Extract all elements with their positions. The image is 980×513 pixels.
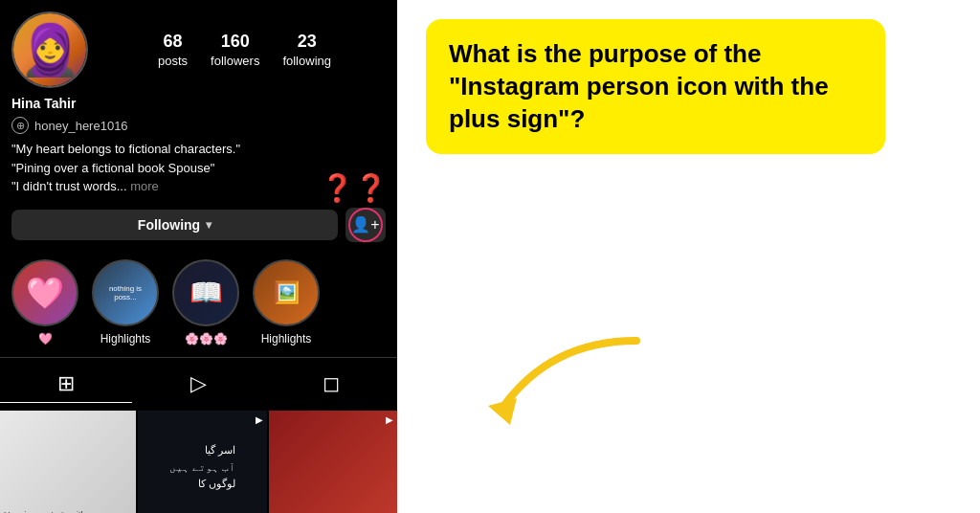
play-icon: ▶ (256, 414, 263, 425)
grid-cell-3[interactable]: ▶ (269, 411, 397, 514)
tab-reels[interactable]: ▷ (132, 366, 264, 403)
person-plus-icon: 👤+ (351, 215, 379, 234)
reels-icon: ▷ (190, 371, 207, 396)
grid-icon: ⊞ (57, 371, 75, 396)
highlight-item[interactable]: 🩷 🩷 (11, 259, 78, 346)
highlight-item[interactable]: 📖 🌸🌸🌸 (172, 259, 239, 346)
threads-icon: ⊕ (11, 117, 29, 134)
instagram-panel: 🧕 68 posts 160 followers 23 following Hi… (0, 0, 397, 513)
play-icon-2: ▶ (386, 414, 393, 425)
arrow-svg (474, 322, 665, 436)
stat-followers[interactable]: 160 followers (211, 32, 259, 68)
following-button[interactable]: Following ▾ (11, 210, 338, 240)
highlight-circle-3: 📖 (172, 259, 239, 326)
tab-bar: ⊞ ▷ ◻ (0, 357, 397, 411)
highlights-row: 🩷 🩷 nothing is poss... Highlights 📖 🌸🌸🌸 … (0, 252, 397, 357)
profile-threads: ⊕ honey_here1016 (0, 115, 397, 136)
svg-marker-0 (488, 398, 517, 425)
highlight-item[interactable]: 🖼️ Highlights (253, 259, 320, 346)
question-bubble: What is the purpose of the "Instagram pe… (426, 19, 885, 154)
profile-name: Hina Tahir (0, 96, 397, 115)
grid-preview: Happiness starts with... اسر گیاآب ہوتے … (0, 411, 397, 514)
right-panel: What is the purpose of the "Instagram pe… (397, 0, 980, 513)
add-friend-circle: 👤+ (348, 208, 383, 242)
profile-bio: "My heart belongs to fictional character… (0, 136, 397, 202)
grid-cell-1[interactable]: Happiness starts with... (0, 411, 136, 514)
chevron-down-icon: ▾ (206, 218, 212, 232)
stat-posts: 68 posts (158, 32, 188, 68)
highlight-circle-4: 🖼️ (253, 259, 320, 326)
highlight-circle-2: nothing is poss... (92, 259, 159, 326)
stat-following[interactable]: 23 following (282, 32, 331, 68)
arrow-container (474, 322, 665, 436)
avatar[interactable]: 🧕 (11, 11, 88, 88)
stats-row: 68 posts 160 followers 23 following (103, 32, 386, 68)
highlight-circle-1: 🩷 (11, 259, 78, 326)
highlight-item[interactable]: nothing is poss... Highlights (92, 259, 159, 346)
bio-more-link[interactable]: more (130, 179, 159, 193)
tab-tagged[interactable]: ◻ (265, 366, 397, 403)
action-buttons: Following ▾ 👤+ (0, 202, 397, 252)
tagged-icon: ◻ (323, 371, 340, 396)
question-text: What is the purpose of the "Instagram pe… (449, 38, 862, 135)
grid-cell-2[interactable]: اسر گیاآب ہوتے ہیںلوگوں کا ▶ (138, 411, 266, 514)
profile-header: 🧕 68 posts 160 followers 23 following (0, 0, 397, 96)
add-friend-button[interactable]: 👤+ (345, 208, 386, 242)
tab-grid[interactable]: ⊞ (0, 366, 132, 403)
